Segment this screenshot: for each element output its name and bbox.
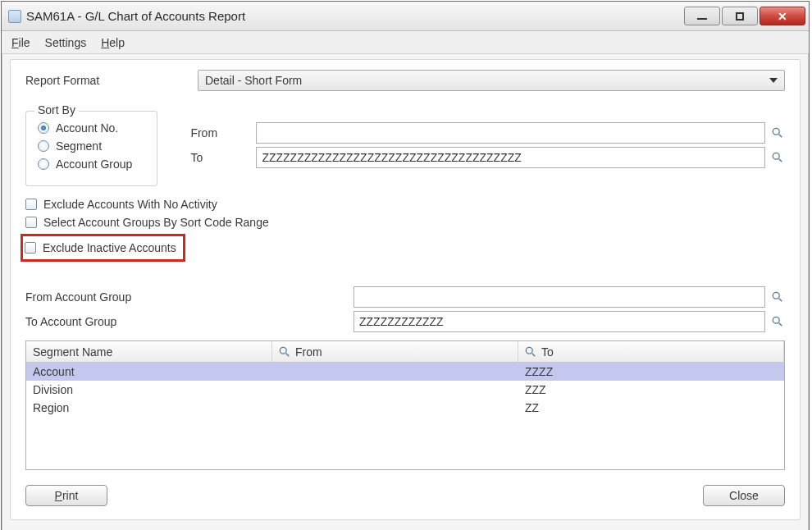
minimize-button[interactable] bbox=[684, 7, 720, 25]
range-from-row: From bbox=[190, 122, 785, 144]
account-group-section: From Account Group To Account Group Segm… bbox=[25, 286, 785, 470]
sort-option-label: Account No. bbox=[56, 121, 118, 135]
range-fields: From To bbox=[190, 111, 785, 171]
application-window: SAM61A - G/L Chart of Accounts Report ✕ … bbox=[1, 1, 810, 530]
to-account-group-input[interactable] bbox=[354, 311, 765, 332]
checkbox-label: Exclude Inactive Accounts bbox=[43, 241, 176, 254]
lookup-to-group-button[interactable] bbox=[770, 314, 785, 329]
grid-row[interactable]: Region ZZ bbox=[26, 399, 784, 417]
svg-point-8 bbox=[280, 347, 286, 354]
highlighted-option: Exclude Inactive Accounts bbox=[21, 234, 185, 262]
checkbox-icon bbox=[25, 217, 37, 228]
search-icon bbox=[279, 346, 290, 358]
to-account-group-row: To Account Group bbox=[25, 311, 785, 332]
grid-cell-from bbox=[272, 399, 518, 417]
checkbox-label: Select Account Groups By Sort Code Range bbox=[43, 216, 269, 229]
sort-option-segment[interactable]: Segment bbox=[38, 139, 132, 153]
grid-row[interactable]: Account ZZZZ bbox=[26, 363, 784, 381]
grid-cell-to: ZZ bbox=[518, 399, 784, 417]
lookup-from-group-button[interactable] bbox=[770, 290, 785, 304]
svg-point-2 bbox=[773, 153, 779, 159]
grid-header-to[interactable]: To bbox=[518, 341, 784, 362]
grid-cell-to: ZZZZ bbox=[518, 363, 784, 381]
menu-settings[interactable]: Settings bbox=[45, 36, 87, 49]
search-icon bbox=[772, 291, 783, 303]
report-format-row: Report Format Detail - Short Form bbox=[25, 70, 785, 91]
close-button[interactable]: Close bbox=[703, 485, 785, 506]
from-account-group-label: From Account Group bbox=[25, 290, 354, 304]
to-account-group-label: To Account Group bbox=[25, 315, 354, 328]
svg-point-10 bbox=[526, 347, 532, 354]
checkbox-exclude-inactive[interactable]: Exclude Inactive Accounts bbox=[25, 241, 176, 254]
grid-cell-segment: Division bbox=[26, 381, 272, 399]
grid-cell-from bbox=[272, 363, 518, 381]
checkbox-label: Exclude Accounts With No Activity bbox=[43, 198, 217, 211]
sort-option-account-no[interactable]: Account No. bbox=[38, 121, 132, 135]
range-to-row: To bbox=[190, 147, 785, 168]
search-icon bbox=[772, 127, 783, 139]
svg-line-1 bbox=[779, 135, 782, 138]
report-format-select[interactable]: Detail - Short Form bbox=[198, 70, 785, 91]
checkbox-select-groups-by-sortcode[interactable]: Select Account Groups By Sort Code Range bbox=[25, 216, 785, 229]
grid-header-segment[interactable]: Segment Name bbox=[26, 341, 272, 362]
window-controls: ✕ bbox=[684, 7, 805, 25]
sort-option-account-group[interactable]: Account Group bbox=[38, 158, 132, 171]
menu-file[interactable]: File bbox=[11, 36, 30, 49]
chevron-down-icon bbox=[769, 78, 778, 83]
svg-line-5 bbox=[779, 299, 782, 302]
radio-icon bbox=[38, 140, 49, 152]
sort-option-label: Segment bbox=[56, 139, 102, 153]
range-to-label: To bbox=[190, 151, 256, 164]
grid-cell-from bbox=[272, 381, 518, 399]
radio-icon bbox=[38, 158, 49, 170]
grid-cell-to: ZZZ bbox=[518, 381, 784, 399]
window-title: SAM61A - G/L Chart of Accounts Report bbox=[26, 9, 684, 23]
print-button[interactable]: Print bbox=[25, 485, 107, 506]
grid-body: Account ZZZZ Division ZZZ Region ZZ bbox=[26, 363, 784, 469]
footer-buttons: Print Close bbox=[25, 485, 785, 506]
menubar: File Settings Help bbox=[2, 31, 809, 54]
svg-line-3 bbox=[779, 159, 782, 162]
range-from-input[interactable] bbox=[256, 122, 765, 144]
checkbox-exclude-no-activity[interactable]: Exclude Accounts With No Activity bbox=[25, 198, 785, 211]
range-to-input[interactable] bbox=[256, 147, 765, 168]
from-account-group-input[interactable] bbox=[354, 286, 765, 308]
from-account-group-row: From Account Group bbox=[25, 286, 785, 308]
svg-point-0 bbox=[773, 128, 779, 135]
window-close-button[interactable]: ✕ bbox=[760, 7, 805, 25]
range-from-label: From bbox=[190, 126, 256, 139]
grid-row[interactable]: Division ZZZ bbox=[26, 381, 784, 399]
svg-point-6 bbox=[773, 317, 779, 323]
search-icon bbox=[525, 346, 536, 358]
segment-grid: Segment Name From To Account bbox=[25, 340, 785, 470]
grid-cell-segment: Region bbox=[26, 399, 272, 417]
grid-header-from[interactable]: From bbox=[272, 341, 518, 362]
svg-line-11 bbox=[532, 353, 536, 356]
titlebar: SAM61A - G/L Chart of Accounts Report ✕ bbox=[2, 2, 809, 31]
app-icon bbox=[8, 10, 21, 23]
lookup-from-button[interactable] bbox=[770, 126, 785, 140]
svg-line-9 bbox=[286, 353, 290, 356]
checkbox-section: Exclude Accounts With No Activity Select… bbox=[25, 198, 785, 262]
grid-header: Segment Name From To bbox=[26, 341, 784, 363]
sort-option-label: Account Group bbox=[56, 158, 132, 171]
checkbox-icon bbox=[25, 242, 36, 254]
svg-point-4 bbox=[773, 292, 779, 299]
report-format-value: Detail - Short Form bbox=[205, 74, 302, 87]
menu-help[interactable]: Help bbox=[101, 36, 125, 49]
sort-by-group: Sort By Account No. Segment Account Grou… bbox=[25, 111, 157, 186]
grid-cell-segment: Account bbox=[26, 363, 272, 381]
sort-and-range: Sort By Account No. Segment Account Grou… bbox=[25, 111, 785, 186]
checkbox-icon bbox=[25, 199, 37, 210]
content-pane: Report Format Detail - Short Form Sort B… bbox=[10, 59, 801, 520]
search-icon bbox=[772, 152, 783, 163]
report-format-label: Report Format bbox=[25, 74, 198, 87]
maximize-button[interactable] bbox=[722, 7, 758, 25]
sort-by-legend: Sort By bbox=[34, 103, 79, 117]
radio-icon bbox=[38, 122, 49, 134]
search-icon bbox=[772, 316, 783, 327]
svg-line-7 bbox=[779, 323, 782, 327]
lookup-to-button[interactable] bbox=[770, 150, 785, 165]
